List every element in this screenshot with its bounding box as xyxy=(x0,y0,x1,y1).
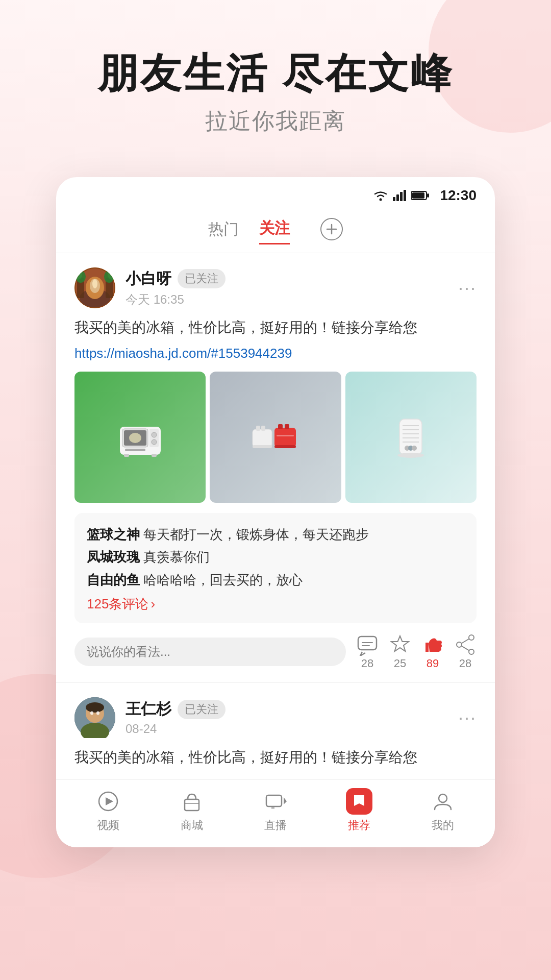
svg-point-74 xyxy=(439,794,447,802)
svg-point-31 xyxy=(129,433,141,443)
post2-username-row: 王仁杉 已关注 xyxy=(126,699,226,720)
appliance-cooler-icon xyxy=(380,406,441,468)
tab-row: 热门 关注 xyxy=(56,209,495,253)
svg-point-49 xyxy=(412,446,417,451)
view-all-count: 125条评论 xyxy=(87,595,148,613)
signal-icon xyxy=(393,190,407,201)
chevron-right-icon: › xyxy=(151,596,155,612)
svg-rect-40 xyxy=(277,435,294,436)
post1-comments-section: 篮球之神 每天都打一次，锻炼身体，每天还跑步 凤城玫瑰 真羡慕你们 自由的鱼 哈… xyxy=(74,513,477,623)
nav-mall-label: 商城 xyxy=(181,818,203,833)
post1-comment-3: 自由的鱼 哈哈哈哈，回去买的，放心 xyxy=(87,569,464,591)
post1-text: 我买的美的冰箱，性价比高，挺好用的！链接分享给您 xyxy=(74,316,477,339)
nav-item-video[interactable]: 视频 xyxy=(66,788,150,833)
status-bar: 12:30 xyxy=(56,177,495,209)
svg-rect-4 xyxy=(404,190,406,201)
svg-rect-6 xyxy=(412,192,424,199)
nav-recommend-icon xyxy=(346,788,372,815)
post1-avatar[interactable] xyxy=(74,267,115,308)
recommend-icon xyxy=(352,794,367,809)
post1-follow-badge[interactable]: 已关注 xyxy=(178,269,226,288)
svg-marker-54 xyxy=(391,636,409,651)
view-all-comments-button[interactable]: 125条评论 › xyxy=(87,595,464,613)
svg-marker-72 xyxy=(284,797,287,804)
svg-rect-39 xyxy=(274,445,296,448)
plus-icon xyxy=(326,224,337,235)
post1-share-count: 28 xyxy=(459,657,471,670)
nav-item-mine[interactable]: 我的 xyxy=(401,788,485,833)
post1-star-button[interactable]: 25 xyxy=(389,633,411,670)
nav-video-icon xyxy=(95,788,121,815)
post-2: 王仁杉 已关注 08-24 ··· 我买的美的冰箱，性价比高，挺好用的！链接分享… xyxy=(56,683,495,769)
post1-image-1[interactable] xyxy=(74,372,206,503)
nav-mall-icon xyxy=(179,788,205,815)
bottom-nav: 视频 商城 xyxy=(56,779,495,847)
tab-hot[interactable]: 热门 xyxy=(208,215,239,244)
svg-point-56 xyxy=(469,649,474,654)
post1-comment3-text: 哈哈哈哈，回去买的，放心 xyxy=(143,572,303,587)
tab-add-button[interactable] xyxy=(320,218,343,240)
post2-follow-badge[interactable]: 已关注 xyxy=(178,700,226,719)
post2-user-row: 王仁杉 已关注 08-24 ··· xyxy=(74,697,477,738)
svg-rect-35 xyxy=(253,445,272,448)
post1-share-button[interactable]: 28 xyxy=(454,633,477,670)
nav-item-mall[interactable]: 商城 xyxy=(150,788,234,833)
post1-image-grid xyxy=(74,372,477,503)
nav-item-live[interactable]: 直播 xyxy=(234,788,317,833)
post1-username: 小白呀 xyxy=(126,268,171,289)
post1-comment3-username: 自由的鱼 xyxy=(87,572,140,587)
svg-rect-30 xyxy=(152,454,157,457)
video-icon xyxy=(97,790,119,813)
avatar-forest-img xyxy=(74,267,115,308)
svg-rect-33 xyxy=(256,426,260,431)
post2-avatar[interactable] xyxy=(74,697,115,738)
svg-point-28 xyxy=(152,439,157,445)
share-icon xyxy=(454,633,477,656)
svg-rect-38 xyxy=(285,424,289,429)
post2-more-button[interactable]: ··· xyxy=(458,707,477,728)
post1-username-row: 小白呀 已关注 xyxy=(126,268,226,289)
svg-marker-68 xyxy=(106,797,113,805)
post1-like-count: 89 xyxy=(427,657,439,670)
svg-point-0 xyxy=(380,199,382,201)
post1-comment-1: 篮球之神 每天都打一次，锻炼身体，每天还跑步 xyxy=(87,523,464,546)
post1-user-left: 小白呀 已关注 今天 16:35 xyxy=(74,267,226,308)
nav-mine-label: 我的 xyxy=(432,818,454,833)
post1-link[interactable]: https://miaosha.jd.com/#1553944239 xyxy=(74,346,477,361)
post-1: 小白呀 已关注 今天 16:35 ··· 我买的美的冰箱，性价比高，挺好用的！链… xyxy=(56,253,495,682)
svg-rect-25 xyxy=(125,449,145,451)
phone-card: 12:30 热门 关注 xyxy=(56,177,495,847)
comment-icon xyxy=(356,633,379,656)
post1-image-3[interactable] xyxy=(345,372,477,503)
live-icon xyxy=(264,790,287,813)
svg-line-58 xyxy=(462,639,469,643)
like-icon xyxy=(421,633,444,656)
header-area: 朋友生活 尽在文峰 拉近你我距离 xyxy=(0,0,551,157)
appliance-oven-icon xyxy=(110,406,171,468)
svg-rect-34 xyxy=(261,426,265,431)
status-time: 12:30 xyxy=(440,187,477,204)
svg-point-55 xyxy=(469,635,474,640)
svg-point-66 xyxy=(96,711,99,715)
svg-rect-1 xyxy=(393,197,395,201)
avatar-person-img xyxy=(74,697,115,738)
post1-image-2[interactable] xyxy=(210,372,341,503)
post1-more-button[interactable]: ··· xyxy=(458,277,477,299)
post1-like-button[interactable]: 89 xyxy=(421,633,444,670)
post1-comment-button[interactable]: 28 xyxy=(356,633,379,670)
post1-comment-2: 凤城玫瑰 真羡慕你们 xyxy=(87,546,464,568)
svg-point-64 xyxy=(86,702,104,713)
post1-user-info: 小白呀 已关注 今天 16:35 xyxy=(126,268,226,308)
svg-rect-7 xyxy=(427,193,429,198)
svg-line-59 xyxy=(462,646,469,650)
svg-rect-2 xyxy=(396,194,399,201)
tab-following[interactable]: 关注 xyxy=(259,214,290,244)
mine-icon xyxy=(432,790,454,813)
nav-item-recommend[interactable]: 推荐 xyxy=(317,788,401,833)
post1-comment1-text: 每天都打一次，锻炼身体，每天还跑步 xyxy=(143,527,369,542)
post1-comment-input[interactable] xyxy=(74,638,346,666)
svg-point-50 xyxy=(397,453,424,458)
post1-comment2-text: 真羡慕你们 xyxy=(143,549,210,565)
post1-action-bar: 28 25 89 xyxy=(74,623,477,682)
wifi-icon xyxy=(372,190,389,201)
